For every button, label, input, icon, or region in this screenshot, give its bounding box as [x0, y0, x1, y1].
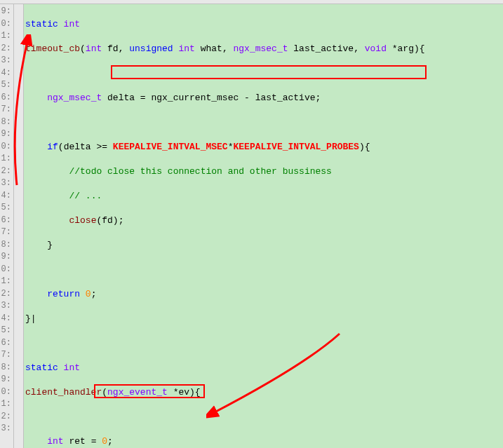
line-number-gutter: 9: 0: 1: 2: 3: 4: 5: 6: 7: 8: 9: 0: 1: 2… — [0, 4, 14, 448]
line-number: 3: — [0, 55, 13, 67]
line-number: 2: — [0, 165, 13, 178]
code-line: if(delta >= KEEPALIVE_INTVAL_MSEC*KEEPAL… — [25, 141, 503, 154]
code-line: close(fd); — [25, 215, 503, 227]
line-number: 2: — [0, 411, 13, 423]
line-number: 7: — [0, 226, 13, 239]
line-number: 9: — [0, 6, 13, 18]
line-number: 5: — [0, 202, 13, 215]
line-number: 0: — [0, 386, 13, 399]
line-number: 4: — [0, 313, 13, 325]
annotation-arrow-down — [206, 306, 347, 446]
code-line: } — [25, 239, 503, 252]
code-line: static int — [25, 18, 503, 31]
line-number: 9: — [0, 251, 13, 264]
code-line: timeout_cb(int fd, unsigned int what, ng… — [25, 43, 503, 55]
code-line: //todo close this connection and other b… — [25, 165, 503, 178]
line-number: 6: — [0, 92, 13, 104]
line-number: 9: — [0, 128, 13, 141]
line-number: 1: — [0, 398, 13, 411]
code-line — [25, 411, 503, 423]
code-editor: 9: 0: 1: 2: 3: 4: 5: 6: 7: 8: 9: 0: 1: 2… — [0, 4, 503, 448]
line-number: 4: — [0, 190, 13, 203]
line-number: 8: — [0, 362, 13, 374]
line-number: 1: — [0, 30, 13, 43]
line-number: 6: — [0, 215, 13, 227]
line-number: 8: — [0, 116, 13, 129]
code-line — [25, 337, 503, 350]
line-number: 4: — [0, 67, 13, 80]
code-line — [25, 67, 503, 80]
line-number: 7: — [0, 104, 13, 116]
code-line: int ret = 0; — [25, 435, 503, 448]
code-line: client_handler(ngx_event_t *ev){ — [25, 386, 503, 399]
line-number: 7: — [0, 349, 13, 362]
line-number: 3: — [0, 423, 13, 435]
code-area[interactable]: static int timeout_cb(int fd, unsigned i… — [24, 4, 503, 448]
line-number: 1: — [0, 276, 13, 288]
line-number: 0: — [0, 141, 13, 154]
code-line — [25, 264, 503, 276]
line-number: 5: — [0, 79, 13, 92]
line-number: 0: — [0, 264, 13, 276]
code-line: return 0; — [25, 288, 503, 301]
line-number: 1: — [0, 153, 13, 165]
line-number: 2: — [0, 43, 13, 55]
fold-gutter — [14, 4, 24, 448]
line-number: 3: — [0, 300, 13, 313]
line-number: 8: — [0, 239, 13, 252]
code-line: // ... — [25, 190, 503, 203]
code-line: }| — [25, 313, 503, 325]
line-number: 2: — [0, 288, 13, 301]
code-line — [25, 116, 503, 129]
line-number: 6: — [0, 337, 13, 350]
line-number: 0: — [0, 18, 13, 31]
line-number: 9: — [0, 374, 13, 386]
line-number: 5: — [0, 325, 13, 337]
line-number: 3: — [0, 177, 13, 190]
code-line: ngx_msec_t delta = ngx_current_msec - la… — [25, 92, 503, 104]
code-line: static int — [25, 362, 503, 374]
